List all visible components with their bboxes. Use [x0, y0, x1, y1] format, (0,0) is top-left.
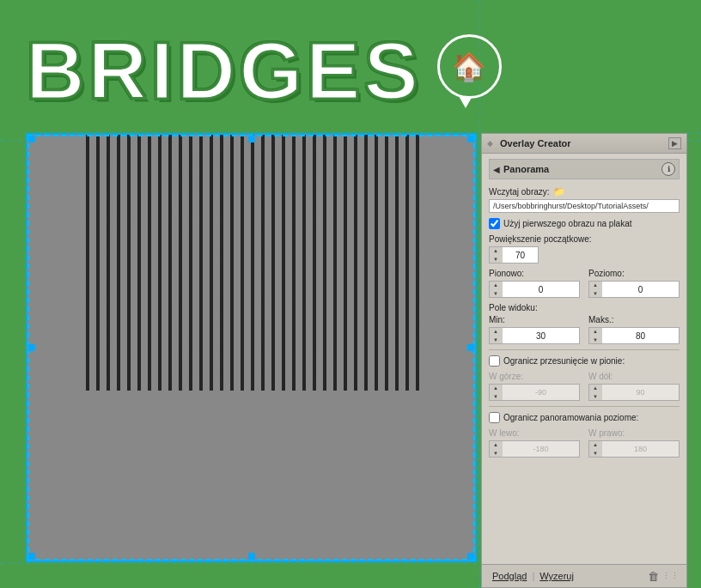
fov-max-arrows: ▲ ▼ [589, 328, 602, 343]
clear-button[interactable]: Wyzeruj [536, 569, 577, 583]
panel-title-left: ◆ Overlay Creator [487, 138, 571, 149]
top-limit-label: W górze: [489, 372, 580, 381]
fov-min-down[interactable]: ▼ [490, 336, 502, 343]
fov-min-spinner[interactable]: ▲ ▼ 30 [489, 327, 580, 344]
left-limit-value: -180 [503, 445, 579, 453]
top-limit-value: -90 [503, 388, 579, 397]
trash-button[interactable]: 🗑 [648, 570, 659, 583]
fov-min-up[interactable]: ▲ [490, 328, 502, 336]
back-arrow-icon[interactable]: ◀ [493, 165, 500, 174]
limit-vertical-row: Ogranicz przesunięcie w pionie: [489, 355, 680, 367]
right-limit-label: W prawo: [588, 428, 680, 438]
initial-zoom-label: Powiększenie początkowe: [489, 234, 680, 244]
section-divider-2 [489, 406, 680, 407]
top-limit-up[interactable]: ▲ [490, 385, 502, 392]
section-title: Panorama [503, 164, 549, 174]
fov-row: Pole widoku: Min: ▲ ▼ 30 Maks.: [489, 303, 680, 344]
panel: ◆ Overlay Creator ▶ ◀ Panorama ℹ Wczytaj… [481, 133, 687, 588]
load-images-label-text: Wczytaj obrazy: [489, 187, 550, 197]
separator-pipe: | [532, 571, 534, 581]
info-icon[interactable]: ℹ [661, 162, 675, 176]
limit-horizontal-label: Ogranicz panoramowania poziome: [503, 413, 638, 422]
initial-zoom-up[interactable]: ▲ [490, 247, 502, 255]
section-header: ◀ Panorama ℹ [489, 159, 680, 179]
horizontal-up[interactable]: ▲ [589, 282, 601, 289]
initial-zoom-row: Powiększenie początkowe: ▲ ▼ 70 [489, 234, 680, 264]
header-area: BRIDGES 🏠 [26, 9, 701, 133]
panel-content: ◀ Panorama ℹ Wczytaj obrazy: 📁 /Users/bo… [482, 154, 686, 564]
vertical-value: 0 [503, 285, 579, 294]
left-limit-arrows: ▲ ▼ [490, 441, 503, 457]
horizontal-arrows: ▲ ▼ [589, 282, 602, 297]
vertical-up[interactable]: ▲ [490, 282, 502, 289]
vertical-col: Pionowo: ▲ ▼ 0 [489, 269, 580, 298]
load-images-label: Wczytaj obrazy: 📁 [489, 186, 680, 197]
limit-vertical-checkbox[interactable] [489, 355, 500, 367]
fov-max-up[interactable]: ▲ [589, 328, 601, 336]
left-limit-down[interactable]: ▼ [490, 449, 502, 457]
fov-label: Pole widoku: [489, 303, 680, 312]
limit-vertical-label: Ogranicz przesunięcie w pionie: [503, 356, 625, 366]
panel-collapse-icon[interactable]: ▶ [668, 137, 681, 149]
vertical-label: Pionowo: [489, 269, 580, 278]
fov-min-label: Min: [489, 315, 580, 324]
horizontal-spinner[interactable]: ▲ ▼ 0 [588, 281, 680, 298]
panel-title-text: Overlay Creator [500, 138, 571, 149]
right-limit-down[interactable]: ▼ [589, 449, 601, 457]
right-limit-up[interactable]: ▲ [589, 441, 601, 449]
bottom-limit-down[interactable]: ▼ [589, 392, 601, 400]
bottom-limit-up[interactable]: ▲ [589, 385, 601, 392]
dashed-line-top-right [687, 133, 701, 134]
home-icon: 🏠 [452, 51, 486, 83]
initial-zoom-down[interactable]: ▼ [490, 255, 502, 263]
top-limit-col: W górze: ▲ ▼ -90 [489, 372, 580, 401]
limit-horizontal-checkbox[interactable] [489, 412, 500, 423]
home-bubble[interactable]: 🏠 [437, 34, 502, 99]
horizontal-value: 0 [602, 285, 679, 294]
top-limit-down[interactable]: ▼ [490, 392, 502, 400]
path-input[interactable]: /Users/bobbringhurst/Desktop/TutorialAss… [489, 199, 680, 213]
horizontal-col: Poziomo: ▲ ▼ 0 [588, 269, 680, 298]
fov-min-col: Min: ▲ ▼ 30 [489, 315, 580, 344]
bottom-limit-arrows: ▲ ▼ [589, 385, 602, 400]
fence-overlay [79, 135, 424, 391]
fov-min-value: 30 [503, 331, 579, 341]
use-first-image-label: Użyj pierwszego obrazu na plakat [503, 219, 632, 228]
vertical-limits-row: W górze: ▲ ▼ -90 W dół: ▲ ▼ 90 [489, 372, 680, 401]
right-limit-spinner[interactable]: ▲ ▼ 180 [588, 440, 680, 458]
bottom-limit-spinner[interactable]: ▲ ▼ 90 [588, 384, 680, 401]
use-first-image-row: Użyj pierwszego obrazu na plakat [489, 218, 680, 229]
left-limit-col: W lewo: ▲ ▼ -180 [489, 428, 580, 458]
fov-max-down[interactable]: ▼ [589, 336, 601, 343]
bottom-right: 🗑 ⋮⋮ [648, 570, 680, 583]
folder-icon[interactable]: 📁 [553, 186, 565, 197]
initial-zoom-value: 70 [503, 251, 538, 260]
vertical-spinner[interactable]: ▲ ▼ 0 [489, 281, 580, 298]
fov-max-spinner[interactable]: ▲ ▼ 80 [588, 327, 680, 344]
horizontal-down[interactable]: ▼ [589, 289, 601, 297]
fov-min-arrows: ▲ ▼ [490, 328, 503, 343]
use-first-image-checkbox[interactable] [489, 218, 500, 229]
left-limit-up[interactable]: ▲ [490, 441, 502, 449]
panel-bottom: Podgląd | Wyzeruj 🗑 ⋮⋮ [482, 564, 686, 587]
grip-dots-icon: ⋮⋮ [662, 572, 680, 580]
info-icon-label: ℹ [667, 165, 670, 173]
bridges-title: BRIDGES [26, 30, 422, 112]
main-canvas[interactable] [26, 133, 477, 562]
vertical-down[interactable]: ▼ [490, 289, 502, 297]
bottom-limit-label: W dół: [588, 372, 680, 381]
panel-grip-icon: ◆ [487, 139, 493, 148]
initial-zoom-arrows: ▲ ▼ [490, 247, 503, 263]
right-limit-value: 180 [602, 445, 679, 453]
fov-max-label: Maks.: [588, 315, 680, 324]
preview-button[interactable]: Podgląd [489, 569, 530, 583]
initial-zoom-spinner[interactable]: ▲ ▼ 70 [489, 246, 539, 264]
bottom-limit-col: W dół: ▲ ▼ 90 [588, 372, 680, 401]
top-limit-spinner[interactable]: ▲ ▼ -90 [489, 384, 580, 401]
left-limit-spinner[interactable]: ▲ ▼ -180 [489, 440, 580, 458]
vertical-arrows: ▲ ▼ [490, 282, 503, 297]
top-limit-arrows: ▲ ▼ [490, 385, 503, 400]
panel-titlebar: ◆ Overlay Creator ▶ [482, 134, 686, 154]
right-limit-col: W prawo: ▲ ▼ 180 [588, 428, 680, 458]
left-limit-label: W lewo: [489, 428, 580, 438]
